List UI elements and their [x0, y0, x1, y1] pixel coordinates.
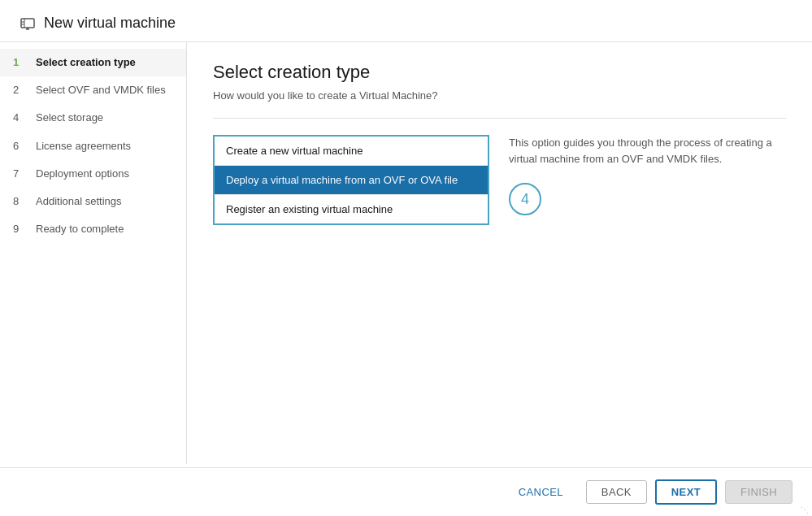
sidebar-step-num: 4 — [13, 111, 29, 125]
sidebar-item-8[interactable]: 8Additional settings — [0, 188, 186, 215]
sidebar-item-6[interactable]: 6License agreements — [0, 132, 186, 160]
sidebar-item-4[interactable]: 4Select storage — [0, 104, 186, 132]
sidebar-item-label: Additional settings — [36, 194, 122, 209]
page-title: New virtual machine — [44, 15, 176, 32]
sidebar-item-label: Deployment options — [36, 167, 129, 181]
svg-rect-0 — [21, 19, 34, 28]
content-area: Select creation type How would you like … — [187, 42, 812, 464]
sidebar-item-2[interactable]: 2Select OVF and VMDK files — [0, 76, 186, 104]
sidebar-item-label: Ready to complete — [36, 222, 124, 236]
info-text: This option guides you through the proce… — [509, 135, 786, 167]
selection-option-register-existing[interactable]: Register an existing virtual machine — [215, 195, 488, 223]
finish-button: FINISH — [725, 480, 792, 504]
sidebar-item-label: Select OVF and VMDK files — [36, 83, 166, 98]
sidebar-step-num: 2 — [13, 83, 29, 98]
sidebar-item-7[interactable]: 7Deployment options — [0, 160, 186, 188]
main-layout: 1Select creation type2Select OVF and VMD… — [0, 42, 812, 464]
selection-area: Create a new virtual machineDeploy a vir… — [213, 135, 786, 225]
content-divider — [213, 118, 786, 119]
info-area: This option guides you through the proce… — [509, 135, 786, 215]
selection-option-create-new[interactable]: Create a new virtual machine — [215, 137, 488, 166]
content-subtitle: How would you like to create a Virtual M… — [213, 89, 786, 102]
footer: CANCEL BACK NEXT FINISH — [0, 467, 812, 516]
sidebar-item-label: Select storage — [36, 111, 103, 125]
sidebar-step-num: 6 — [13, 139, 29, 154]
selection-list: Create a new virtual machineDeploy a vir… — [213, 135, 489, 225]
step-badge: 4 — [509, 183, 541, 215]
resize-corner: ⋱ — [801, 505, 809, 514]
sidebar-step-num: 7 — [13, 167, 29, 181]
sidebar-item-label: License agreements — [36, 139, 131, 154]
cancel-button[interactable]: CANCEL — [504, 481, 578, 503]
back-button[interactable]: BACK — [586, 480, 647, 504]
sidebar-step-num: 9 — [13, 222, 29, 236]
sidebar-item-9[interactable]: 9Ready to complete — [0, 215, 186, 243]
next-button[interactable]: NEXT — [655, 479, 717, 505]
selection-option-deploy-ovf[interactable]: Deploy a virtual machine from an OVF or … — [215, 166, 488, 195]
content-title: Select creation type — [213, 62, 786, 83]
sidebar-step-num: 8 — [13, 194, 29, 209]
sidebar: 1Select creation type2Select OVF and VMD… — [0, 42, 187, 464]
sidebar-step-num: 1 — [13, 55, 29, 70]
vm-icon — [20, 15, 36, 32]
sidebar-item-1[interactable]: 1Select creation type — [0, 49, 186, 76]
title-bar: New virtual machine — [0, 0, 812, 42]
sidebar-item-label: Select creation type — [36, 55, 136, 70]
